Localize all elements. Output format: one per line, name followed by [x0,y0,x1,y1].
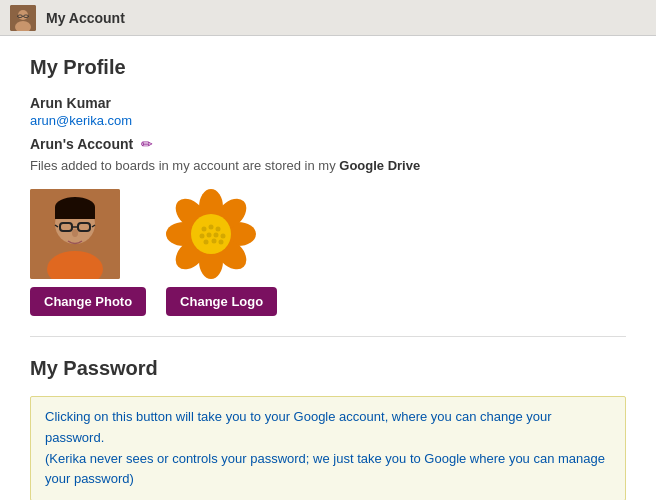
password-section-title: My Password [30,357,626,380]
svg-rect-11 [55,207,95,219]
svg-point-36 [212,239,217,244]
header-avatar [10,5,36,31]
svg-point-30 [216,227,221,232]
account-name: Arun's Account [30,136,133,152]
logo-item: Change Logo [166,189,277,316]
password-note-line2: (Kerika never sees or controls your pass… [45,451,605,487]
password-note: Clicking on this button will take you to… [30,396,626,500]
user-photo [30,189,120,279]
svg-point-29 [209,225,214,230]
section-divider [30,336,626,337]
svg-point-28 [202,227,207,232]
photo-item: Change Photo [30,189,146,316]
password-section: My Password Clicking on this button will… [30,357,626,500]
files-note-brand: Google Drive [339,158,420,173]
header-avatar-img [10,5,36,31]
account-name-row: Arun's Account ✏ [30,136,626,152]
files-note: Files added to boards in my account are … [30,158,626,173]
change-photo-button[interactable]: Change Photo [30,287,146,316]
edit-account-icon[interactable]: ✏ [141,136,153,152]
profile-section: My Profile Arun Kumar arun@kerika.com Ar… [30,56,626,316]
change-logo-button[interactable]: Change Logo [166,287,277,316]
svg-point-32 [207,233,212,238]
profile-section-title: My Profile [30,56,626,79]
password-note-line1: Clicking on this button will take you to… [45,409,552,445]
flower-svg [166,189,256,279]
header: My Account [0,0,656,36]
header-title: My Account [46,10,125,26]
main-content: My Profile Arun Kumar arun@kerika.com Ar… [0,36,656,500]
header-user-icon [10,5,36,31]
svg-point-31 [200,234,205,239]
svg-point-34 [221,234,226,239]
profile-email: arun@kerika.com [30,113,626,128]
media-row: Change Photo [30,189,626,316]
user-photo-svg [30,189,120,279]
svg-point-17 [72,229,78,237]
user-logo [166,189,256,279]
svg-point-33 [214,233,219,238]
svg-point-37 [219,240,224,245]
profile-name: Arun Kumar [30,95,626,111]
svg-point-35 [204,240,209,245]
files-note-prefix: Files added to boards in my account are … [30,158,339,173]
